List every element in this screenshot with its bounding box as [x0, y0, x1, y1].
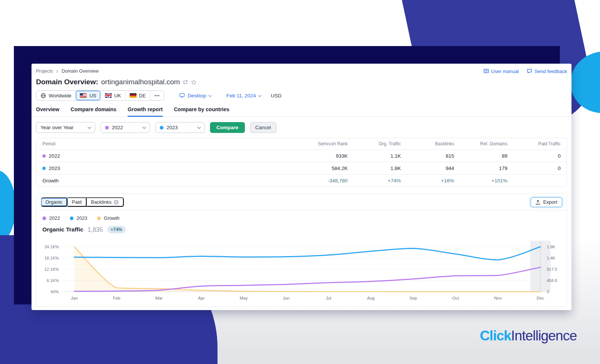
cancel-button[interactable]: Cancel — [250, 122, 276, 133]
column-header: Semrush Rank — [291, 141, 348, 146]
left-axis-label: 6.1K% — [42, 278, 59, 283]
comparison-mode-select[interactable]: Year over Year — [36, 122, 95, 133]
user-manual-link[interactable]: User manual — [483, 69, 519, 74]
column-header: Org. Traffic — [348, 141, 401, 146]
speech-bubble-icon — [527, 69, 532, 74]
legend-item-growth[interactable]: Growth — [97, 215, 120, 221]
toggle-backlinks-label: Backlinks — [91, 199, 112, 205]
x-axis-label: Jun — [277, 296, 296, 300]
value-cell: 0 — [507, 153, 561, 159]
x-axis-label: Apr — [192, 296, 211, 300]
region-de[interactable]: DE — [125, 91, 150, 100]
favorite-star-icon[interactable] — [191, 79, 196, 85]
external-link-icon[interactable] — [183, 80, 188, 85]
tab-overview[interactable]: Overview — [36, 106, 59, 116]
tab-compare-by-countries[interactable]: Compare by countries — [174, 106, 230, 116]
right-axis-label: 0 — [547, 289, 549, 294]
x-axis-label: Dec — [531, 296, 550, 300]
period-dot-icon — [42, 154, 46, 158]
metric-value: 1,835 — [87, 226, 103, 233]
page-title-domain: ortinganimalhospital.com — [101, 78, 180, 86]
period-cell: 2022 — [42, 153, 291, 159]
table-row: 2022933K1.1K815890 — [36, 149, 567, 162]
left-axis-labels: 24.1K%18.1K%12.1K%6.1K%60% — [42, 238, 59, 294]
de-flag-icon — [130, 93, 136, 98]
year-a-select[interactable]: 2022 — [100, 122, 150, 133]
value-cell: +16% — [401, 178, 454, 183]
device-label: Desktop — [188, 93, 206, 98]
decorative-blob-left-cyan — [0, 170, 16, 243]
breadcrumb-projects[interactable]: Projects — [36, 69, 53, 74]
region-worldwide[interactable]: Worldwide — [36, 91, 75, 100]
traffic-type-toggle-group: Organic Paid Backlinks — [41, 197, 124, 207]
legend-label: 2022 — [49, 215, 60, 221]
compare-button[interactable]: Compare — [210, 122, 245, 133]
x-axis-label: Oct — [446, 296, 465, 300]
value-cell: 1.1K — [348, 153, 401, 159]
year-b-select[interactable]: 2023 — [155, 122, 205, 133]
export-button[interactable]: Export — [531, 197, 562, 207]
metric-label: Organic Traffic — [42, 226, 83, 233]
chevron-down-icon — [258, 93, 262, 97]
toggle-backlinks[interactable]: Backlinks — [87, 197, 124, 207]
user-manual-label: User manual — [491, 69, 519, 74]
region-more-button[interactable]: ••• — [150, 91, 164, 100]
breadcrumb: Projects Domain Overview — [36, 69, 99, 74]
value-cell: 0 — [507, 166, 561, 171]
send-feedback-label: Send feedback — [534, 69, 567, 74]
region-uk[interactable]: UK — [100, 91, 125, 100]
send-feedback-link[interactable]: Send feedback — [527, 69, 567, 74]
x-axis-label: Mar — [150, 296, 168, 300]
table-row: 2023584.2K1.8K9441790 — [36, 162, 567, 174]
legend-dot-icon — [97, 216, 101, 220]
more-dots-icon: ••• — [154, 93, 160, 98]
legend-item-2023[interactable]: 2023 — [70, 215, 87, 221]
chevron-down-icon — [197, 125, 201, 129]
toggle-organic[interactable]: Organic — [41, 197, 68, 207]
metrics-table-body: 2022933K1.1K8158902023584.2K1.8K9441790G… — [36, 149, 567, 186]
legend-dot-icon — [42, 216, 46, 220]
traffic-chart-svg — [63, 238, 554, 294]
year-a-value: 2022 — [112, 125, 123, 130]
region-filter-group: Worldwide US UK DE ••• — [36, 90, 164, 101]
column-header: Paid Traffic — [507, 141, 561, 146]
chevron-down-icon — [208, 93, 212, 97]
value-cell: 584.2K — [291, 166, 348, 171]
x-axis-label: Feb — [107, 296, 126, 300]
app-window: Projects Domain Overview User manual Sen… — [32, 64, 572, 310]
value-cell: 944 — [401, 166, 454, 171]
device-dropdown[interactable]: Desktop — [179, 93, 212, 98]
export-upload-icon — [536, 200, 540, 205]
export-label: Export — [543, 199, 557, 205]
metrics-table-head: PeriodSemrush RankOrg. TrafficBacklinksR… — [36, 138, 567, 149]
region-uk-label: UK — [114, 93, 121, 98]
traffic-chart-card: Organic Paid Backlinks Export 20222023Gr… — [36, 194, 567, 307]
tab-compare-domains[interactable]: Compare domains — [70, 106, 116, 116]
value-cell: 933K — [291, 153, 348, 159]
breadcrumb-chevron-icon — [56, 70, 58, 73]
period-cell: 2023 — [42, 166, 291, 171]
legend-dot-icon — [70, 216, 74, 220]
metric-growth-badge: +74% — [107, 226, 126, 233]
year-b-value: 2023 — [166, 125, 178, 130]
value-cell: 1.8K — [348, 166, 401, 171]
clickintelligence-logo: ClickIntelligence — [480, 328, 577, 344]
us-flag-icon — [80, 93, 87, 98]
column-header: Backlinks — [401, 141, 454, 146]
toggle-paid-label: Paid — [72, 199, 82, 205]
date-dropdown[interactable]: Feb 11, 2024 — [226, 93, 261, 98]
region-us[interactable]: US — [75, 91, 100, 100]
toggle-paid[interactable]: Paid — [68, 197, 87, 207]
toggle-organic-label: Organic — [45, 199, 63, 205]
table-row: Growth-348,780+74%+16%+101% — [36, 174, 567, 186]
region-de-label: DE — [139, 93, 146, 98]
value-cell: 179 — [454, 166, 507, 171]
series-line-2022 — [74, 267, 540, 291]
column-header: Period — [42, 141, 291, 146]
x-axis-label: Jul — [319, 296, 338, 300]
logo-part-intelligence: Intelligence — [511, 328, 577, 343]
tabs-bar: Overview Compare domains Growth report C… — [32, 106, 572, 117]
tab-growth-report[interactable]: Growth report — [128, 106, 162, 116]
legend-item-2022[interactable]: 2022 — [42, 215, 60, 221]
monitor-icon — [179, 93, 185, 98]
